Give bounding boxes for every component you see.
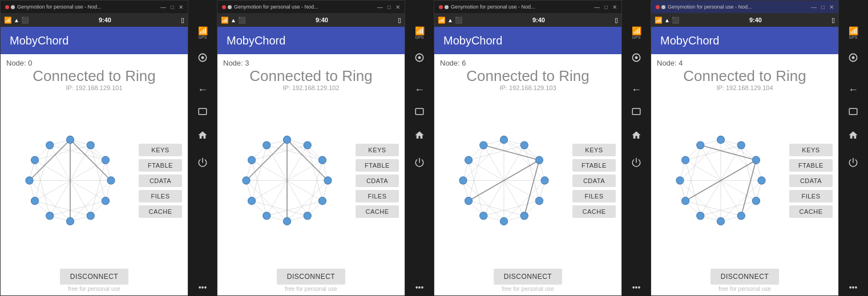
title-bar-text: Genymotion for personal use - Nod...: [451, 4, 590, 10]
close-button[interactable]: ✕: [395, 4, 400, 10]
keys-button[interactable]: KEYS: [572, 144, 616, 156]
svg-point-90: [304, 212, 311, 220]
gps-label: GPS: [849, 35, 858, 39]
ip-text: IP: 192.168.129.103: [499, 84, 556, 91]
ftable-button[interactable]: FTABLE: [572, 159, 616, 172]
phone-container-1: Genymotion for personal use - Nod... — □…: [217, 0, 434, 296]
disconnect-button[interactable]: DISCONNECT: [277, 269, 345, 285]
minimize-button[interactable]: —: [160, 4, 166, 10]
cdata-button[interactable]: CDATA: [572, 175, 616, 187]
dot-red: [439, 5, 443, 9]
svg-rect-199: [849, 108, 857, 115]
disconnect-button[interactable]: DISCONNECT: [494, 269, 562, 285]
keys-button[interactable]: KEYS: [789, 144, 833, 156]
status-bar: 📶 ▲ ⬛ 9:40 ▯: [651, 13, 838, 27]
svg-rect-99: [415, 108, 423, 115]
files-button[interactable]: FILES: [139, 190, 182, 202]
content-row: KEYSFTABLECDATAFILESCACHE: [223, 95, 399, 267]
signal-icon: ▲: [447, 17, 453, 23]
content-row: KEYSFTABLECDATAFILESCACHE: [6, 95, 182, 267]
more-nav-icon[interactable]: •••: [405, 279, 434, 296]
phone-screen-1: Genymotion for personal use - Nod... — □…: [217, 0, 405, 296]
svg-point-40: [87, 212, 94, 220]
ftable-button[interactable]: FTABLE: [789, 159, 833, 172]
wifi-nav-icon[interactable]: 📶: [632, 26, 641, 35]
gps-label: GPS: [632, 35, 641, 39]
close-button[interactable]: ✕: [179, 4, 183, 10]
home-nav-icon[interactable]: [188, 124, 217, 147]
power-nav-icon[interactable]: [839, 151, 867, 174]
chord-diagram: [657, 133, 785, 228]
disconnect-button[interactable]: DISCONNECT: [710, 269, 779, 285]
more-nav-icon[interactable]: •••: [839, 279, 867, 296]
watermark: free for personal use: [502, 285, 554, 293]
battery-right-icon: ▯: [615, 17, 618, 24]
minimize-button[interactable]: —: [811, 4, 817, 10]
dot-red: [5, 5, 9, 9]
recent-nav-icon[interactable]: [839, 101, 867, 124]
back-nav-icon[interactable]: ←: [405, 78, 434, 101]
files-button[interactable]: FILES: [789, 190, 833, 202]
svg-point-187: [752, 156, 760, 164]
wifi-nav-icon[interactable]: 📶: [198, 26, 208, 35]
node-label: Node: 3: [223, 59, 249, 67]
wifi-nav-icon[interactable]: 📶: [849, 26, 858, 35]
camera-nav-icon[interactable]: [839, 46, 867, 69]
recent-nav-icon[interactable]: [188, 101, 217, 124]
home-nav-icon[interactable]: [405, 124, 434, 147]
camera-nav-icon[interactable]: [405, 46, 434, 69]
svg-point-86: [304, 141, 311, 149]
more-nav-icon[interactable]: •••: [188, 279, 217, 296]
keys-button[interactable]: KEYS: [139, 144, 182, 156]
ftable-button[interactable]: FTABLE: [139, 159, 182, 172]
minimize-button[interactable]: —: [594, 4, 600, 10]
cache-button[interactable]: CACHE: [139, 205, 182, 218]
minimize-button[interactable]: —: [377, 4, 383, 10]
maximize-button[interactable]: □: [171, 4, 174, 10]
power-nav-icon[interactable]: [622, 151, 651, 174]
maximize-button[interactable]: □: [604, 4, 608, 10]
recent-nav-icon[interactable]: [622, 101, 651, 124]
files-button[interactable]: FILES: [572, 190, 616, 202]
watermark: free for personal use: [285, 285, 337, 293]
svg-point-93: [248, 197, 255, 205]
side-nav: 📶 GPS ←•••: [622, 0, 651, 296]
more-nav-icon[interactable]: •••: [622, 279, 651, 296]
cache-button[interactable]: CACHE: [789, 205, 833, 218]
svg-point-45: [31, 156, 38, 164]
close-button[interactable]: ✕: [829, 4, 834, 10]
status-bar: 📶 ▲ ⬛ 9:40 ▯: [1, 13, 188, 27]
button-group: KEYSFTABLECDATAFILESCACHE: [789, 144, 833, 218]
disconnect-button[interactable]: DISCONNECT: [60, 269, 128, 285]
back-nav-icon[interactable]: ←: [622, 78, 651, 101]
power-nav-icon[interactable]: [405, 151, 434, 174]
ftable-button[interactable]: FTABLE: [356, 159, 399, 172]
power-nav-icon[interactable]: [188, 151, 217, 174]
cache-button[interactable]: CACHE: [572, 205, 616, 218]
keys-button[interactable]: KEYS: [356, 144, 399, 156]
svg-point-196: [697, 141, 704, 149]
home-nav-icon[interactable]: [839, 124, 867, 147]
files-button[interactable]: FILES: [356, 190, 399, 202]
svg-point-190: [737, 212, 745, 220]
cdata-button[interactable]: CDATA: [139, 175, 182, 187]
status-left: 📶 ▲ ⬛: [438, 17, 463, 24]
cdata-button[interactable]: CDATA: [789, 175, 833, 187]
chord-diagram: [440, 133, 568, 228]
back-nav-icon[interactable]: ←: [839, 78, 867, 101]
maximize-button[interactable]: □: [821, 4, 825, 10]
recent-nav-icon[interactable]: [405, 101, 434, 124]
maximize-button[interactable]: □: [387, 4, 391, 10]
svg-point-88: [324, 177, 332, 184]
wifi-nav-icon[interactable]: 📶: [415, 26, 425, 35]
close-button[interactable]: ✕: [612, 4, 617, 10]
camera-nav-icon[interactable]: [622, 46, 651, 69]
svg-point-140: [520, 212, 528, 220]
cache-button[interactable]: CACHE: [356, 205, 399, 218]
svg-rect-149: [632, 108, 640, 115]
back-nav-icon[interactable]: ←: [188, 78, 217, 101]
cdata-button[interactable]: CDATA: [356, 175, 399, 187]
camera-nav-icon[interactable]: [188, 46, 217, 69]
home-nav-icon[interactable]: [622, 124, 651, 147]
dot-yellow: [661, 5, 665, 9]
